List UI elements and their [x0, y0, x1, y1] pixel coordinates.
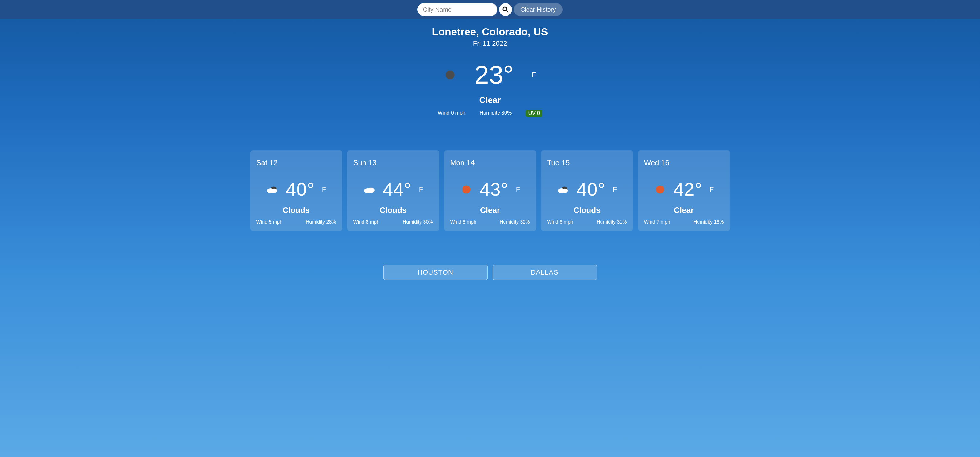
svg-point-12 — [656, 185, 664, 193]
forecast-temp: 40° — [577, 179, 606, 200]
forecast-description: Clouds — [547, 206, 627, 215]
current-unit: F — [532, 71, 536, 79]
forecast-wind: Wind 6 mph — [547, 219, 573, 225]
current-description: Clear — [0, 95, 980, 105]
forecast-weather-icon — [460, 183, 473, 196]
svg-point-2 — [445, 70, 455, 79]
svg-point-11 — [562, 188, 568, 193]
forecast-row: Sat 12 40° F Clouds Wind 5 mph Humidity … — [0, 150, 980, 231]
forecast-description: Clear — [450, 206, 530, 215]
forecast-date: Mon 14 — [450, 158, 530, 167]
forecast-wind: Wind 7 mph — [644, 219, 670, 225]
forecast-temp: 43° — [480, 179, 509, 200]
forecast-wind: Wind 8 mph — [450, 219, 476, 225]
history-row: HOUSTON DALLAS — [0, 265, 980, 289]
forecast-weather-icon — [557, 183, 569, 196]
forecast-date: Sat 12 — [256, 158, 336, 167]
search-button[interactable] — [499, 3, 512, 16]
current-temp: 23° — [474, 60, 514, 89]
city-input[interactable] — [417, 3, 497, 16]
forecast-unit: F — [322, 185, 326, 193]
forecast-wind: Wind 8 mph — [353, 219, 379, 225]
current-stats: Wind 0 mph Humidity 80% UV 0 — [0, 110, 980, 117]
forecast-description: Clouds — [353, 206, 433, 215]
forecast-weather-icon — [654, 183, 666, 196]
forecast-humidity: Humidity 32% — [500, 219, 530, 225]
location-title: Lonetree, Colorado, US — [0, 26, 980, 38]
current-temp-row: 23° F — [0, 60, 980, 89]
svg-point-5 — [271, 188, 277, 193]
forecast-card: Tue 15 40° F Clouds Wind 6 mph Humidity … — [541, 150, 633, 231]
history-button[interactable]: HOUSTON — [383, 265, 488, 280]
current-weather-icon — [444, 69, 456, 81]
forecast-temp: 42° — [674, 179, 702, 200]
forecast-description: Clear — [644, 206, 724, 215]
forecast-unit: F — [516, 185, 520, 193]
current-weather: Lonetree, Colorado, US Fri 11 2022 23° F… — [0, 19, 980, 117]
forecast-unit: F — [710, 185, 714, 193]
forecast-weather-icon — [266, 183, 278, 196]
forecast-date: Sun 13 — [353, 158, 433, 167]
search-bar: Clear History — [0, 0, 980, 19]
forecast-unit: F — [419, 185, 423, 193]
forecast-humidity: Humidity 28% — [306, 219, 336, 225]
svg-point-7 — [368, 187, 374, 193]
forecast-card: Sun 13 44° F Clouds Wind 8 mph Humidity … — [347, 150, 439, 231]
forecast-date: Tue 15 — [547, 158, 627, 167]
forecast-humidity: Humidity 18% — [694, 219, 724, 225]
forecast-card: Mon 14 43° F Clear Wind 8 mph Humidity 3… — [444, 150, 536, 231]
current-humidity: Humidity 80% — [480, 110, 512, 117]
forecast-wind: Wind 5 mph — [256, 219, 283, 225]
forecast-humidity: Humidity 31% — [597, 219, 627, 225]
svg-point-0 — [503, 7, 507, 11]
forecast-card: Sat 12 40° F Clouds Wind 5 mph Humidity … — [250, 150, 342, 231]
forecast-temp: 40° — [286, 179, 315, 200]
search-icon — [502, 6, 509, 13]
forecast-description: Clouds — [256, 206, 336, 215]
current-uv-badge: UV 0 — [526, 110, 542, 117]
clear-history-button[interactable]: Clear History — [514, 3, 563, 16]
forecast-temp: 44° — [383, 179, 412, 200]
forecast-humidity: Humidity 30% — [403, 219, 433, 225]
forecast-card: Wed 16 42° F Clear Wind 7 mph Humidity 1… — [638, 150, 730, 231]
current-date: Fri 11 2022 — [0, 40, 980, 48]
forecast-weather-icon — [363, 183, 375, 196]
forecast-date: Wed 16 — [644, 158, 724, 167]
svg-point-8 — [462, 185, 471, 193]
current-wind: Wind 0 mph — [438, 110, 466, 117]
svg-line-1 — [506, 10, 508, 12]
forecast-unit: F — [613, 185, 617, 193]
history-button[interactable]: DALLAS — [493, 265, 597, 280]
